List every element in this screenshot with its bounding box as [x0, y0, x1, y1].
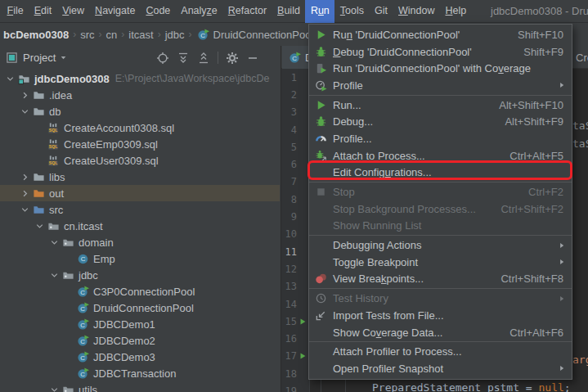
- gutter-line-3: 3: [281, 104, 309, 121]
- run-gutter-mark[interactable]: [297, 352, 308, 360]
- tree-toggle[interactable]: [47, 383, 61, 392]
- menubar-item-file[interactable]: File: [2, 0, 29, 23]
- tree-item-emp[interactable]: Emp: [0, 250, 280, 267]
- tree-item-label: db: [49, 106, 61, 118]
- tree-item-src[interactable]: src: [0, 201, 280, 218]
- code-fragment: taS: [572, 119, 588, 132]
- tree-toggle[interactable]: [18, 187, 31, 200]
- tree-item-jdbc[interactable]: jdbc: [0, 267, 280, 283]
- menu-item-view-breakpoints[interactable]: View Breakpoints...Ctrl+Shift+F8: [309, 271, 572, 288]
- chevron-down-icon: [19, 204, 31, 216]
- menubar-item-tools[interactable]: Tools: [334, 0, 369, 23]
- tree-item-jdbcdemo1[interactable]: JDBCDemo1: [0, 316, 280, 332]
- menu-item-edit-configurations[interactable]: Edit Configurations...: [309, 164, 572, 182]
- gutter-line-14: 14: [281, 295, 309, 313]
- runnable-class-icon: [77, 286, 89, 298]
- menu-item-show-running-list: Show Running List: [309, 218, 572, 235]
- editor-gutter: 12345678910111213141516171819: [281, 69, 310, 392]
- menu-item-open-profiler-snapshot[interactable]: Open Profiler Snapshot: [309, 360, 572, 377]
- tree-item-createemp0309-sql[interactable]: CreateEmp0309.sql: [0, 136, 280, 152]
- run-icon: [315, 29, 327, 41]
- runnable-class-icon: [76, 367, 89, 380]
- menu-item-debugging-actions[interactable]: Debugging Actions: [309, 237, 572, 254]
- tree-item-out[interactable]: out: [0, 185, 280, 201]
- menu-item-profile[interactable]: Profile...: [309, 130, 572, 147]
- tree-item-db[interactable]: db: [0, 103, 280, 119]
- menu-separator: [309, 95, 572, 96]
- menubar-item-edit[interactable]: Edit: [29, 0, 57, 23]
- menu-item-debug-druidconnectionpool[interactable]: Debug 'DruidConnectionPool'Shift+F9: [309, 43, 572, 61]
- tree-toggle[interactable]: [18, 203, 31, 216]
- tree-item-cn-itcast[interactable]: cn.itcast: [0, 218, 280, 234]
- locate-icon[interactable]: [156, 52, 169, 65]
- tree-toggle[interactable]: [18, 105, 31, 118]
- tree-item-domain[interactable]: domain: [0, 234, 280, 250]
- chevron-down-icon[interactable]: [58, 52, 69, 63]
- tree-item-label: libs: [49, 171, 65, 183]
- submenu-arrow-icon: [557, 80, 567, 90]
- menubar-item-code[interactable]: Code: [141, 0, 176, 23]
- menu-item-toggle-breakpoint[interactable]: Toggle Breakpoint: [309, 254, 572, 271]
- run-gutter-mark[interactable]: [297, 318, 308, 326]
- tree-item-druidconnectionpool[interactable]: DruidConnectionPool: [0, 300, 280, 316]
- tree-toggle[interactable]: [47, 268, 61, 282]
- breadcrumb-item-bcdemo0308[interactable]: bcDemo0308: [1, 29, 71, 41]
- tree-toggle[interactable]: [18, 170, 31, 183]
- breadcrumb-item-src[interactable]: src: [78, 29, 97, 41]
- tree-item-jdbctransaction[interactable]: JDBCTransaction: [0, 365, 280, 381]
- chevron-down-icon: [4, 73, 16, 85]
- menu-item-import-tests-from-file[interactable]: Import Tests from File...: [309, 307, 572, 324]
- menubar-item-window[interactable]: Window: [393, 0, 439, 23]
- tree-item-createaccount0308-sql[interactable]: CreateAccount0308.sql: [0, 119, 280, 136]
- tree-item-label: Emp: [93, 253, 115, 265]
- sql-file-icon: [47, 122, 60, 134]
- tree-item-jdbcdemo3[interactable]: JDBCDemo3: [0, 349, 280, 365]
- tree-toggle[interactable]: [3, 72, 16, 85]
- menu-item-profile[interactable]: Profile: [309, 77, 572, 94]
- run-icon: [315, 99, 327, 111]
- tree-toggle[interactable]: [18, 88, 31, 101]
- tree-item-jdbcdemo2[interactable]: JDBCDemo2: [0, 332, 280, 349]
- expand-all-icon[interactable]: [177, 52, 190, 65]
- menu-item-attach-to-process[interactable]: Attach to Process...Ctrl+Alt+F5: [309, 147, 572, 164]
- tree-item-c3p0connectionpool[interactable]: C3P0ConnectionPool: [0, 283, 280, 300]
- breadcrumb-item-itcast[interactable]: itcast: [126, 29, 155, 41]
- tree-toggle[interactable]: [47, 236, 61, 249]
- tree-toggle[interactable]: [33, 219, 46, 232]
- menu-item-attach-profiler-to-process[interactable]: Attach Profiler to Process...: [309, 343, 572, 360]
- folder-icon: [32, 105, 45, 118]
- menu-item-run[interactable]: Run...Alt+Shift+F10: [309, 97, 572, 114]
- tree-item-utils[interactable]: utils: [0, 381, 280, 392]
- gutter-line-9: 9: [281, 208, 309, 225]
- gear-icon[interactable]: [226, 52, 239, 65]
- tree-item-label: CreateUser0309.sql: [64, 155, 159, 167]
- tree-item-libs[interactable]: libs: [0, 169, 280, 185]
- tab-create-sql[interactable]: Creat: [570, 46, 588, 69]
- menu-item-debug[interactable]: Debug...Alt+Shift+F9: [309, 113, 572, 130]
- breadcrumb-class-icon: [197, 29, 209, 41]
- menu-item-run-druidconnectionpool-with-coverage[interactable]: Run 'DruidConnectionPool' with Coverage: [309, 60, 572, 77]
- menubar-item-view[interactable]: View: [57, 0, 90, 23]
- run-gutter-icon: [298, 352, 307, 360]
- menubar-item-git[interactable]: Git: [370, 0, 393, 23]
- tree-item-jdbcdemo0308[interactable]: jdbcDemo0308E:\Project\JavaWorkspace\jdb…: [0, 70, 280, 87]
- project-panel-title[interactable]: Project: [23, 52, 56, 64]
- tree-item-createuser0309-sql[interactable]: CreateUser0309.sql: [0, 152, 280, 169]
- menubar-item-refactor[interactable]: Refactor: [222, 0, 272, 23]
- menubar-item-run[interactable]: Run: [305, 0, 334, 23]
- tree-toggle: [33, 121, 46, 134]
- menubar-item-analyze[interactable]: Analyze: [176, 0, 222, 23]
- minimize-icon[interactable]: [246, 52, 259, 65]
- breadcrumb-item-druidconnectionpoo[interactable]: DruidConnectionPoo: [211, 29, 314, 41]
- collapse-all-icon[interactable]: [197, 52, 210, 65]
- breadcrumb-item-cn[interactable]: cn: [104, 29, 120, 41]
- menu-item-shortcut: Shift+F10: [518, 29, 563, 41]
- menubar-item-help[interactable]: Help: [440, 0, 472, 23]
- breadcrumb-item-jdbc[interactable]: jdbc: [163, 29, 187, 41]
- tree-item-idea[interactable]: .idea: [0, 87, 280, 103]
- menu-item-run-druidconnectionpool[interactable]: Run 'DruidConnectionPool'Shift+F10: [309, 26, 572, 43]
- menu-item-show-coverage-data[interactable]: Show Coverage Data...Ctrl+Alt+F6: [309, 324, 572, 341]
- code-fragment: arg: [572, 354, 588, 366]
- menubar-item-navigate[interactable]: Navigate: [90, 0, 141, 23]
- menubar-item-build[interactable]: Build: [272, 0, 306, 23]
